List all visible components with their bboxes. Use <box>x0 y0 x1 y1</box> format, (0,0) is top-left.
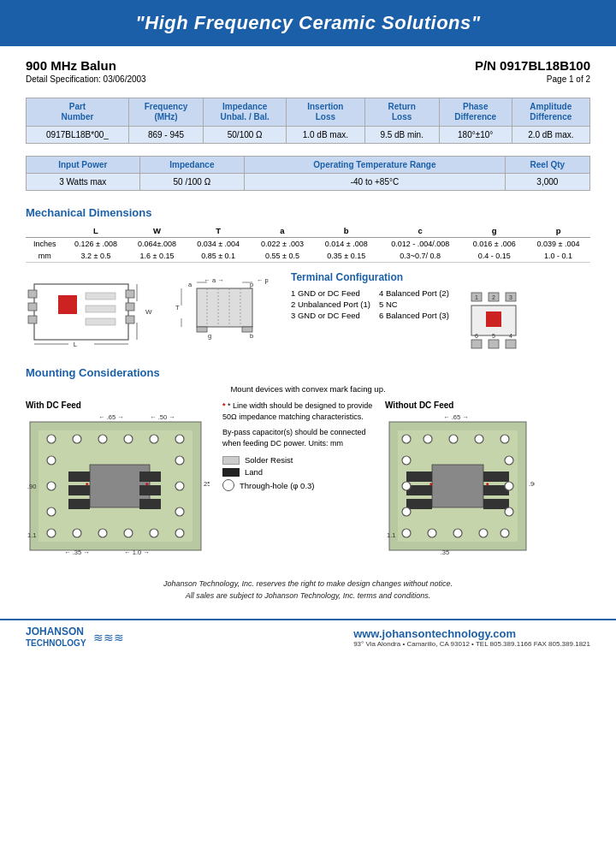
svg-text:1.1: 1.1 <box>27 531 36 539</box>
svg-text:2: 2 <box>492 294 495 300</box>
svg-text:1.1: 1.1 <box>387 531 395 539</box>
wave-icon: ≋≋≋ <box>93 631 124 644</box>
svg-point-69 <box>175 507 184 516</box>
mech-row-inches: Inches 0.126 ± .008 0.064±.008 0.034 ± .… <box>26 238 590 251</box>
mech-col-c: c <box>378 224 462 238</box>
legend-land: Land <box>222 467 376 477</box>
svg-text:6: 6 <box>475 333 478 339</box>
note1: * * Line width should be designed to pro… <box>222 400 376 422</box>
svg-rect-57 <box>139 499 161 509</box>
component-diagram: L W <box>26 271 163 354</box>
col-impedance2: Impedance <box>139 157 245 174</box>
svg-text:*: * <box>429 481 433 489</box>
svg-rect-18 <box>197 327 207 332</box>
mounting-top-text: Mount devices with convex mark facing up… <box>26 384 590 394</box>
svg-text:.90: .90 <box>529 480 535 488</box>
mounting-diagrams: With DC Feed <box>26 400 590 565</box>
mech-unit-inches: Inches <box>26 238 64 251</box>
svg-point-108 <box>479 529 488 537</box>
mech-a-in: 0.022 ± .003 <box>251 238 315 251</box>
cell-insertion-loss: 1.0 dB max. <box>287 127 364 144</box>
terminal-item-4: 4 Balanced Port (2) <box>379 288 459 298</box>
cell-reel-qty: 3,000 <box>505 174 589 191</box>
svg-rect-87 <box>432 465 483 507</box>
dimension-diagram: a p g b ← a → ← p T <box>171 271 282 354</box>
cell-frequency: 869 - 945 <box>128 127 203 144</box>
mech-a-mm: 0.55 ± 0.5 <box>251 250 315 263</box>
svg-point-105 <box>402 529 411 537</box>
mech-row-mm: mm 3.2 ± 0.5 1.6 ± 0.15 0.85 ± 0.1 0.55 … <box>26 250 590 263</box>
mech-b-mm: 0.35 ± 0.15 <box>314 250 378 263</box>
product-title: 900 MHz Balun <box>26 58 116 73</box>
col-frequency: Frequency(MHz) <box>128 98 203 127</box>
cell-op-temp: -40 to +85°C <box>245 174 506 191</box>
svg-rect-40 <box>506 340 516 348</box>
svg-point-63 <box>175 435 184 443</box>
svg-point-73 <box>124 529 133 537</box>
without-dc-feed-area: Without DC Feed <box>385 400 590 565</box>
svg-rect-1 <box>28 290 37 298</box>
table-row: 3 Watts max 50 /100 Ω -40 to +85°C 3,000 <box>27 174 590 191</box>
svg-rect-9 <box>86 305 116 312</box>
footer-right: www.johansontechnology.com 93° Via Alond… <box>353 627 590 648</box>
specs-table: PartNumber Frequency(MHz) ImpedanceUnbal… <box>26 98 590 144</box>
footer-note: Johanson Technology, Inc. reserves the r… <box>26 578 590 602</box>
terminal-config: Terminal Configuration 1 GND or DC Feed … <box>291 271 590 353</box>
svg-rect-5 <box>126 303 134 311</box>
mech-c-in: 0.012 - .004/.008 <box>378 238 462 251</box>
footer-bar: JOHANSON TECHNOLOGY ≋≋≋ www.johansontech… <box>0 619 616 655</box>
terminal-title: Terminal Configuration <box>291 271 590 283</box>
svg-point-101 <box>402 507 411 516</box>
svg-text:*: * <box>145 481 149 489</box>
svg-point-97 <box>475 435 483 443</box>
col-op-temp: Operating Temperature Range <box>245 157 506 174</box>
legend-solder: Solder Resist <box>222 455 376 465</box>
svg-point-107 <box>453 529 462 537</box>
cell-return-loss: 9.5 dB min. <box>364 127 439 144</box>
footer-address: 93° Via Alondra • Camarillo, CA 93012 • … <box>353 640 590 648</box>
specs2-table: Input Power Impedance Operating Temperat… <box>26 156 590 191</box>
svg-rect-42 <box>486 311 501 327</box>
svg-rect-8 <box>86 293 116 300</box>
svg-point-95 <box>424 435 432 443</box>
mech-p-in: 0.039 ± .004 <box>526 238 590 251</box>
mech-col-W: W <box>127 224 186 238</box>
svg-point-100 <box>402 482 411 490</box>
svg-point-61 <box>124 435 133 443</box>
header-banner: "High Frequency Ceramic Solutions" <box>0 0 616 46</box>
svg-text:25: 25 <box>204 480 210 488</box>
svg-rect-56 <box>139 485 161 495</box>
svg-rect-88 <box>406 472 432 482</box>
terminal-item-5: 5 NC <box>379 300 459 309</box>
terminal-item-2: 2 Unbalanced Port (1) <box>291 300 370 309</box>
svg-text:.90: .90 <box>27 483 36 490</box>
website-url[interactable]: www.johansontechnology.com <box>353 627 590 640</box>
svg-rect-17 <box>197 288 252 327</box>
col-impedance: ImpedanceUnbal. / Bal. <box>204 98 287 127</box>
mech-b-in: 0.014 ± .008 <box>314 238 378 251</box>
svg-point-64 <box>47 456 56 465</box>
through-hole-icon <box>222 479 234 491</box>
mech-g-in: 0.016 ± .006 <box>462 238 526 251</box>
cell-part-number: 0917BL18B*00_ <box>27 127 129 144</box>
col-part-number: PartNumber <box>27 98 129 127</box>
table-row: 0917BL18B*00_ 869 - 945 50/100 Ω 1.0 dB … <box>27 127 590 144</box>
svg-text:*: * <box>486 481 489 489</box>
svg-rect-93 <box>483 499 509 509</box>
svg-point-59 <box>73 435 81 443</box>
mech-unit-mm: mm <box>26 250 64 263</box>
diagram-area: L W a <box>26 271 590 354</box>
with-dc-feed-area: With DC Feed <box>26 400 214 565</box>
svg-rect-2 <box>28 303 37 311</box>
mech-col-L: L <box>64 224 128 238</box>
dimension-svg: a p g b ← a → ← p T <box>171 271 282 353</box>
svg-rect-7 <box>58 295 77 314</box>
svg-rect-39 <box>489 340 499 348</box>
footer-note-text: Johanson Technology, Inc. reserves the r… <box>163 579 453 600</box>
svg-rect-3 <box>28 316 37 323</box>
terminal-list: 1 GND or DC Feed 4 Balanced Port (2) 2 U… <box>291 288 459 320</box>
without-dc-label: Without DC Feed <box>385 400 590 410</box>
svg-point-75 <box>175 529 184 537</box>
mech-L-mm: 3.2 ± 0.5 <box>64 250 128 263</box>
johanson-logo: JOHANSON TECHNOLOGY <box>26 626 86 650</box>
